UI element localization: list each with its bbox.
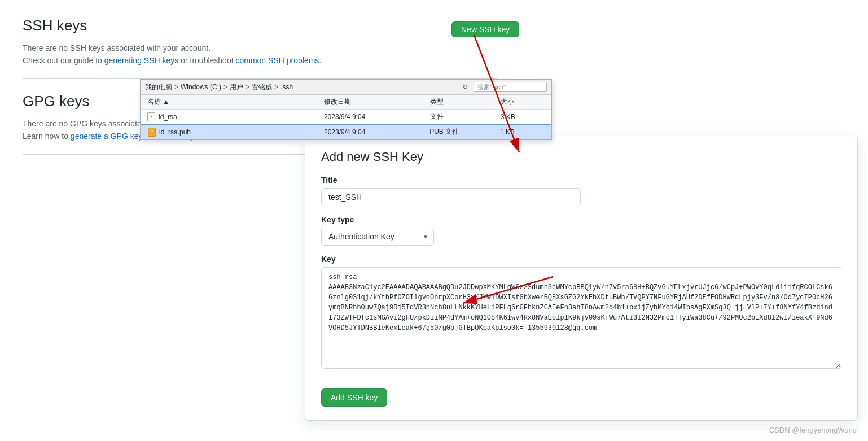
ssh-title: SSH keys bbox=[23, 17, 497, 34]
fe-col-type[interactable]: 类型 bbox=[430, 97, 501, 107]
fe-file-date-idrsa: 2023/9/4 9:04 bbox=[324, 113, 430, 121]
fe-file-icon-idrsapub: P bbox=[148, 128, 156, 137]
fe-path-sep-2: > bbox=[223, 83, 227, 91]
fe-file-name-idrsa: ▪ id_rsa bbox=[147, 112, 324, 121]
generating-ssh-keys-link[interactable]: generating SSH keys bbox=[104, 56, 179, 65]
ssh-no-keys: There are no SSH keys associated with yo… bbox=[23, 43, 497, 53]
title-form-group: Title bbox=[321, 176, 841, 206]
ssh-guide: Check out our guide to generating SSH ke… bbox=[23, 56, 497, 65]
key-form-group: Key ssh-rsa AAAAB3NzaC1yc2EAAAADAQABAAAB… bbox=[321, 255, 841, 370]
new-ssh-key-button[interactable]: New SSH key bbox=[451, 21, 519, 37]
fe-col-name[interactable]: 名称 ▲ bbox=[147, 97, 324, 107]
ssh-section: SSH keys There are no SSH keys associate… bbox=[23, 17, 497, 65]
fe-path-part-3: 用户 bbox=[230, 82, 243, 92]
fe-file-name-idrsapub: P id_rsa.pub bbox=[148, 128, 324, 137]
fe-path-part-2: Windows (C:) bbox=[181, 83, 221, 91]
key-textarea[interactable]: ssh-rsa AAAAB3NzaC1yc2EAAAADAQABAAABgQDu… bbox=[321, 267, 841, 369]
fe-file-row-idrsapub[interactable]: P id_rsa.pub 2023/9/4 9:04 PUB 文件 1 KB bbox=[141, 124, 551, 139]
fe-path-part-5: .ssh bbox=[280, 83, 293, 91]
key-type-label: Key type bbox=[321, 215, 841, 224]
fe-col-size[interactable]: 大小 bbox=[501, 97, 545, 107]
fe-file-icon-idrsa: ▪ bbox=[147, 112, 155, 121]
fe-path-part-4: 贾铭威 bbox=[252, 82, 272, 92]
key-type-select[interactable]: Authentication Key Signing Key bbox=[321, 228, 434, 246]
fe-path-part-1: 我的电脑 bbox=[145, 82, 172, 92]
fe-path-sep-1: > bbox=[174, 83, 178, 91]
fe-search-input[interactable] bbox=[474, 82, 547, 92]
fe-path-sep-4: > bbox=[274, 83, 278, 91]
key-type-select-wrapper: Authentication Key Signing Key ▼ bbox=[321, 228, 434, 246]
title-label: Title bbox=[321, 176, 841, 185]
key-type-form-group: Key type Authentication Key Signing Key … bbox=[321, 215, 841, 246]
title-input[interactable] bbox=[321, 188, 581, 206]
fe-refresh-btn[interactable]: ↻ bbox=[460, 82, 470, 92]
fe-file-size-idrsapub: 1 KB bbox=[500, 128, 544, 136]
modal-title: Add new SSH Key bbox=[321, 150, 841, 164]
add-ssh-key-modal: Add new SSH Key Title Key type Authentic… bbox=[305, 136, 858, 421]
watermark: CSDN @fengyehongWorld bbox=[769, 426, 857, 434]
fe-file-row-idrsa[interactable]: ▪ id_rsa 2023/9/4 9:04 文件 3 KB bbox=[141, 110, 551, 124]
fe-path-sep-3: > bbox=[246, 83, 249, 91]
file-explorer: 我的电脑 > Windows (C:) > 用户 > 贾铭威 > .ssh ↻ … bbox=[140, 79, 552, 140]
fe-toolbar: 我的电脑 > Windows (C:) > 用户 > 贾铭威 > .ssh ↻ bbox=[141, 80, 551, 95]
key-label: Key bbox=[321, 255, 841, 264]
fe-file-type-idrsapub: PUB 文件 bbox=[429, 127, 500, 137]
fe-file-date-idrsapub: 2023/9/4 9:04 bbox=[324, 128, 429, 136]
fe-file-type-idrsa: 文件 bbox=[430, 112, 501, 121]
add-ssh-key-button[interactable]: Add SSH key bbox=[321, 388, 387, 407]
fe-header-row: 名称 ▲ 修改日期 类型 大小 bbox=[141, 95, 551, 110]
common-ssh-problems-link[interactable]: common SSH problems bbox=[235, 56, 319, 65]
fe-col-date[interactable]: 修改日期 bbox=[324, 97, 430, 107]
fe-file-size-idrsa: 3 KB bbox=[501, 113, 545, 121]
fe-path: 我的电脑 > Windows (C:) > 用户 > 贾铭威 > .ssh bbox=[145, 82, 457, 92]
